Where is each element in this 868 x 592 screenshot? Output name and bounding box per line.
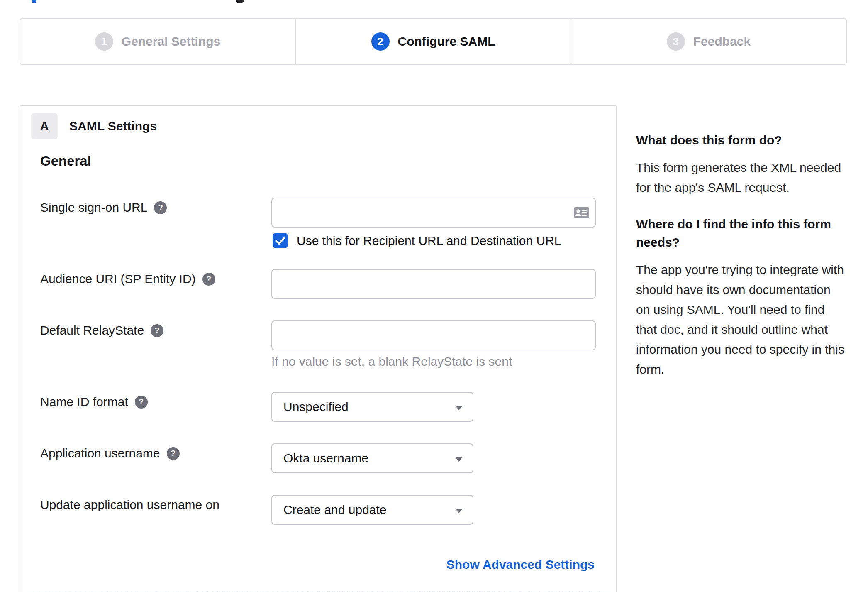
help-body-1: This form generates the XML needed for t… — [636, 158, 846, 198]
help-icon[interactable]: ? — [167, 447, 180, 460]
default-relaystate-label: Default RelayState ? — [40, 323, 163, 338]
update-app-username-label: Update application username on — [40, 497, 219, 512]
audience-uri-label: Audience URI (SP Entity ID) ? — [40, 272, 215, 286]
help-icon[interactable]: ? — [151, 324, 163, 337]
help-heading-1: What does this form do? — [636, 131, 846, 149]
help-icon[interactable]: ? — [135, 396, 148, 409]
general-group-heading: General — [40, 153, 91, 169]
step-number-badge: 3 — [667, 32, 685, 51]
recipient-url-checkbox-label: Use this for Recipient URL and Destinati… — [297, 233, 561, 248]
sso-url-label-text: Single sign-on URL — [40, 200, 147, 215]
step-number-badge: 1 — [95, 32, 113, 51]
checkmark-icon — [275, 237, 285, 245]
update-app-username-value: Create and update — [283, 503, 387, 517]
step-general-settings[interactable]: 1 General Settings — [20, 19, 295, 64]
step-label: General Settings — [122, 34, 220, 49]
step-configure-saml[interactable]: 2 Configure SAML — [295, 19, 571, 64]
application-username-value: Okta username — [283, 451, 368, 465]
chevron-down-icon — [455, 457, 463, 462]
contact-card-icon — [574, 207, 589, 218]
application-username-select[interactable]: Okta username — [271, 443, 473, 473]
help-body-2: The app you're trying to integrate with … — [636, 260, 846, 379]
name-id-format-value: Unspecified — [283, 400, 349, 414]
name-id-format-label: Name ID format ? — [40, 394, 148, 409]
help-sidebar: What does this form do? This form genera… — [636, 131, 846, 379]
show-advanced-settings-link[interactable]: Show Advanced Settings — [446, 558, 595, 572]
name-id-format-label-text: Name ID format — [40, 394, 128, 409]
audience-uri-label-text: Audience URI (SP Entity ID) — [40, 272, 196, 286]
help-heading-2: Where do I find the info this form needs… — [636, 215, 846, 252]
relaystate-hint: If no value is set, a blank RelayState i… — [271, 354, 512, 369]
update-app-username-label-text: Update application username on — [40, 497, 219, 512]
help-icon[interactable]: ? — [202, 273, 215, 286]
sso-url-label: Single sign-on URL ? — [40, 200, 167, 215]
default-relaystate-label-text: Default RelayState — [40, 323, 144, 338]
clipped-blue-header-fragment — [32, 0, 36, 3]
update-app-username-select[interactable]: Create and update — [271, 495, 473, 525]
step-label: Configure SAML — [398, 34, 495, 49]
application-username-label-text: Application username — [40, 446, 160, 461]
default-relaystate-input[interactable] — [271, 320, 596, 350]
name-id-format-select[interactable]: Unspecified — [271, 392, 473, 422]
section-title: SAML Settings — [69, 113, 157, 139]
chevron-down-icon — [455, 406, 463, 410]
sso-url-input-wrap — [271, 198, 596, 228]
saml-settings-panel: A SAML Settings General Single sign-on U… — [20, 105, 617, 592]
recipient-url-checkbox[interactable] — [273, 233, 288, 248]
audience-uri-input[interactable] — [271, 269, 596, 299]
help-icon[interactable]: ? — [154, 201, 167, 214]
step-number-badge: 2 — [371, 32, 390, 51]
step-label: Feedback — [693, 34, 751, 49]
wizard-stepper: 1 General Settings 2 Configure SAML 3 Fe… — [20, 18, 847, 65]
section-a-badge: A — [31, 113, 58, 139]
clipped-app-logo-fragment — [236, 0, 244, 3]
step-feedback[interactable]: 3 Feedback — [571, 19, 846, 64]
sso-url-input[interactable] — [271, 198, 596, 228]
chevron-down-icon — [455, 509, 463, 513]
application-username-label: Application username ? — [40, 446, 180, 461]
